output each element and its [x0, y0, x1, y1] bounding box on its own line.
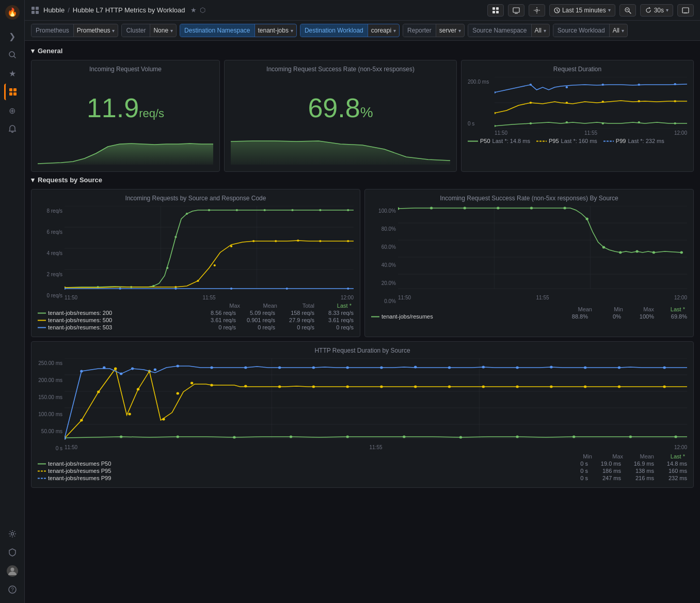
settings-button[interactable] — [529, 4, 545, 17]
svg-rect-17 — [492, 7, 495, 10]
svg-rect-16 — [36, 11, 39, 14]
filter-source-workload-label: Source Workload — [553, 24, 610, 37]
filter-reporter[interactable]: Reporter server ▾ — [403, 24, 465, 37]
requests-by-source-section-header[interactable]: ▾ Requests by Source — [31, 176, 694, 184]
svg-point-124 — [177, 436, 179, 438]
svg-point-169 — [346, 367, 348, 369]
shield-icon[interactable] — [4, 544, 21, 561]
requests-by-source-row1: Incoming Requests by Source and Response… — [31, 189, 694, 337]
starred-icon[interactable]: ★ — [4, 65, 21, 82]
p95-legend-value: Last *: 160 ms — [561, 138, 597, 144]
filter-cluster[interactable]: Cluster None ▾ — [121, 24, 177, 37]
volume-sparkline — [38, 139, 213, 165]
svg-point-177 — [618, 367, 621, 369]
avatar-icon[interactable] — [4, 563, 21, 579]
breadcrumb-dashboard[interactable]: Hubble L7 HTTP Metrics by Workload — [73, 6, 185, 14]
svg-point-136 — [97, 391, 100, 393]
filter-dest-workload[interactable]: Destination Workload coreapi ▾ — [300, 24, 400, 37]
filter-reporter-label: Reporter — [403, 24, 436, 37]
app-logo[interactable]: 🔥 — [4, 4, 21, 21]
svg-point-10 — [10, 568, 14, 572]
success-rate-chart-wrapper: 100.0% 80.0% 60.0% 40.0% 20.0% 0.0% — [371, 206, 687, 304]
svg-point-150 — [414, 386, 417, 388]
share-icon[interactable]: ⬡ — [200, 6, 205, 14]
general-section-header[interactable]: ▾ General — [31, 47, 694, 55]
search-icon[interactable] — [4, 46, 21, 63]
svg-point-79 — [252, 240, 254, 242]
svg-rect-4 — [9, 88, 12, 91]
svg-point-146 — [278, 386, 281, 388]
svg-point-83 — [347, 240, 349, 242]
http-duration-source-title: HTTP Request Duration by Source — [38, 347, 687, 354]
filter-cluster-label: Cluster — [122, 24, 150, 37]
duration-y-max: 200.0 ms — [468, 79, 495, 85]
svg-point-141 — [162, 418, 165, 421]
svg-point-47 — [566, 86, 568, 88]
svg-point-88 — [286, 288, 288, 290]
bell-icon[interactable] — [4, 121, 21, 137]
kiosk-button[interactable] — [677, 4, 694, 17]
svg-text:?: ? — [11, 587, 14, 593]
tv-mode-button[interactable] — [508, 4, 524, 17]
svg-point-73 — [347, 209, 349, 211]
svg-point-78 — [230, 245, 232, 247]
svg-point-148 — [346, 386, 348, 388]
grid-icon — [31, 6, 39, 14]
svg-point-131 — [572, 436, 575, 438]
svg-point-138 — [128, 413, 131, 416]
svg-point-176 — [584, 367, 586, 369]
help-icon[interactable]: ? — [4, 581, 21, 598]
svg-point-170 — [380, 367, 383, 369]
svg-point-144 — [210, 384, 213, 387]
svg-rect-6 — [9, 92, 12, 96]
svg-point-109 — [619, 251, 622, 254]
svg-point-153 — [516, 386, 518, 388]
incoming-requests-chart-wrapper: 8 req/s 6 req/s 4 req/s 2 req/s 0 req/s — [38, 206, 354, 300]
filter-source-namespace[interactable]: Source Namespace All ▾ — [468, 24, 550, 37]
svg-point-107 — [585, 218, 588, 220]
svg-point-70 — [264, 209, 266, 211]
svg-point-49 — [638, 84, 640, 86]
duration-legend: P50 Last *: 14.8 ms P95 Last *: 160 ms P… — [468, 138, 687, 144]
incoming-requests-chart-area: 11:50 11:55 12:00 — [65, 206, 354, 300]
collapse-icon[interactable]: ❯ — [4, 28, 21, 44]
filter-dest-namespace[interactable]: Destination Namespace tenant-jobs ▾ — [180, 24, 297, 37]
gear-icon[interactable] — [4, 526, 21, 542]
zoom-out-button[interactable] — [619, 4, 636, 17]
success-y-axis: 100.0% 80.0% 60.0% 40.0% 20.0% 0.0% — [371, 206, 398, 304]
time-range-button[interactable]: Last 15 minutes ▾ — [549, 4, 615, 17]
svg-point-44 — [674, 100, 676, 102]
filter-prometheus-value: Prometheus ▾ — [74, 27, 118, 34]
incoming-legend: Max Mean Total Last * tenant-jobs/resume… — [38, 303, 354, 330]
incoming-requests-source-title: Incoming Requests by Source and Response… — [38, 195, 354, 202]
success-rate-source-title: Incoming Request Success Rate (non-5xx r… — [371, 195, 687, 202]
svg-rect-5 — [13, 88, 17, 91]
breadcrumb-hubble[interactable]: Hubble — [43, 6, 65, 14]
svg-point-129 — [459, 436, 462, 439]
success-rate-source-chart: 11:50 11:55 12:00 — [398, 206, 687, 304]
svg-point-132 — [629, 436, 632, 438]
svg-point-71 — [291, 209, 293, 211]
svg-point-101 — [398, 208, 400, 210]
filter-source-workload[interactable]: Source Workload All ▾ — [553, 24, 628, 37]
filter-prometheus-datasource[interactable]: Prometheus Prometheus ▾ — [31, 24, 118, 37]
refresh-button[interactable]: 30s ▾ — [640, 4, 673, 17]
add-panel-button[interactable] — [487, 4, 504, 17]
svg-point-135 — [80, 419, 83, 422]
svg-point-127 — [346, 436, 348, 438]
incoming-requests-source-panel: Incoming Requests by Source and Response… — [31, 189, 360, 337]
svg-point-35 — [566, 121, 568, 123]
dashboard-icon[interactable] — [4, 84, 21, 100]
svg-point-77 — [214, 264, 216, 266]
success-rate-x-labels: 11:50 11:55 12:00 — [398, 295, 687, 300]
compass-icon[interactable]: ⊕ — [4, 102, 21, 119]
svg-point-172 — [448, 367, 451, 369]
filter-source-workload-value: All ▾ — [610, 27, 627, 34]
time-range-chevron: ▾ — [608, 7, 611, 13]
svg-point-145 — [244, 385, 247, 388]
svg-point-86 — [174, 288, 177, 290]
star-icon[interactable]: ★ — [190, 6, 197, 14]
svg-point-105 — [530, 207, 533, 210]
content-area: ▾ General Incoming Request Volume 11.9re… — [25, 41, 700, 603]
filter-dest-namespace-value: tenant-jobs ▾ — [255, 27, 296, 34]
